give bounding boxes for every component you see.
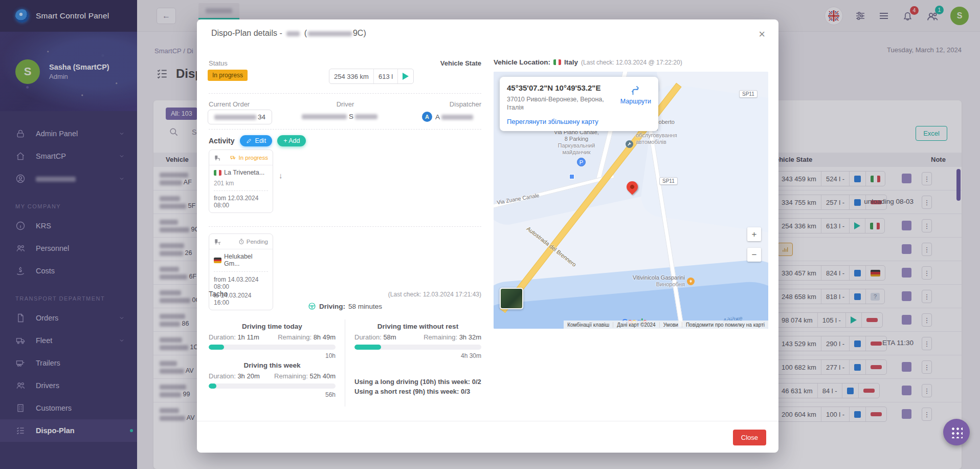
parking-marker[interactable]: P — [577, 158, 586, 166]
grapes-icon — [688, 279, 693, 284]
vehicle-state-label: Vehicle State — [430, 59, 481, 67]
total-value: 10h — [209, 352, 336, 359]
loading-truck-icon — [214, 238, 222, 245]
clock-icon — [238, 239, 244, 245]
fuel-value: 613 l — [373, 69, 397, 83]
map-data-link[interactable]: Дані карт ©2024 — [613, 322, 659, 328]
activity-company: La Triveneta... — [224, 169, 264, 176]
activity-card-pending[interactable]: Pending Helukabel Gm... from 14.03.2024 … — [209, 233, 273, 310]
map-blue-marker — [569, 174, 574, 179]
tacho-last-check: (Last check: 12.03.2024 17:21:43) — [328, 291, 481, 298]
activity-company: Helukabel Gm... — [224, 253, 268, 267]
partelli-sublabel: автомобілів — [636, 139, 666, 145]
partelli-sublabel: обслуговування — [636, 132, 677, 138]
divider — [209, 129, 481, 130]
winery-label: Vitivinicola Gasparini — [633, 274, 685, 281]
driving-week-progressbar — [209, 383, 336, 389]
italy-flag-icon — [214, 170, 221, 176]
card-status: In progress — [230, 155, 268, 161]
duration-value: 58m — [383, 333, 396, 341]
parking-sublabel: Паркувальний — [558, 142, 595, 148]
divider — [209, 93, 481, 94]
address-line: 37010 Риволі-Веронезе, Верона, — [507, 96, 604, 103]
divider — [209, 226, 481, 227]
modal-title: Dispo-Plan details - (9C) — [211, 29, 366, 38]
dispatcher-value: A A — [422, 112, 473, 122]
location-country: Italy — [564, 58, 578, 66]
remaining-value: 3h 32m — [459, 333, 481, 341]
km-value: 254 336 km — [329, 69, 373, 83]
dispo-plan-details-modal: Dispo-Plan details - (9C) × Status In pr… — [197, 19, 778, 453]
directions-link[interactable]: Маршрути — [620, 85, 651, 105]
winery-sublabel: Виноробня — [656, 281, 685, 287]
driving-value: 58 minutes — [348, 303, 382, 310]
unloading-truck-icon — [214, 154, 222, 161]
status-label: Status — [209, 59, 228, 67]
duration-value: 1h 11m — [237, 333, 259, 341]
driver-label: Driver — [325, 100, 366, 108]
street-label-autostrada: Autostrada del Brennero — [525, 225, 577, 268]
card-status: Pending — [238, 239, 268, 245]
truck-status-icon — [230, 155, 236, 160]
terms-link[interactable]: Умови — [659, 322, 682, 328]
grid-dots-icon — [950, 426, 963, 438]
total-value: 4h 30m — [354, 352, 481, 359]
address-line: Італія — [507, 104, 524, 111]
driving-today-progressbar — [209, 345, 336, 350]
report-error-link[interactable]: Повідомити про помилку на карті — [682, 322, 768, 328]
remaining-value: 52h 40m — [309, 372, 336, 380]
driving-without-rest-progressbar — [354, 345, 481, 350]
route-badge-sp11: SP11 — [739, 90, 758, 98]
current-order-value[interactable]: 34 — [208, 110, 272, 124]
vehicle-state-pill: 254 336 km 613 l — [329, 69, 414, 84]
dispatcher-label: Dispatcher — [440, 100, 481, 108]
vehicle-location-label: Vehicle Location: — [494, 58, 550, 66]
tacho-panel-title: Driving time today — [209, 323, 336, 330]
zoom-out-button[interactable]: − — [747, 248, 761, 262]
long-driving-stat: Using a long driving (10h) this week: 0/… — [354, 377, 487, 387]
status-badge: In progress — [208, 70, 248, 81]
total-value: 56h — [209, 391, 336, 398]
close-icon[interactable]: × — [755, 27, 768, 42]
activity-card-in-progress[interactable]: In progress La Triveneta... 201 km from … — [209, 150, 273, 213]
map-info-card: 45°35'07.2"N 10°49'53.2"E 37010 Риволі-В… — [500, 77, 658, 131]
germany-flag-icon — [214, 258, 221, 263]
keyboard-shortcuts-link[interactable]: Комбінації клавіш — [564, 322, 613, 328]
activity-label: Activity — [209, 137, 235, 145]
short-rest-stat: Using a short rest (9h) this week: 0/3 — [354, 387, 487, 396]
view-larger-map-link[interactable]: Переглянути збільшену карту — [507, 118, 651, 125]
zoom-in-button[interactable]: + — [747, 227, 761, 241]
modal-footer: Close — [197, 421, 778, 453]
widgets-fab[interactable] — [943, 419, 970, 445]
map-attribution: Комбінації клавіш Дані карт ©2024 Умови … — [564, 321, 768, 329]
arrow-down-icon: ↓ — [279, 171, 283, 180]
steering-wheel-icon — [308, 302, 316, 310]
pencil-icon — [246, 138, 252, 144]
edit-activity-button[interactable]: Edit — [240, 135, 273, 146]
directions-icon — [630, 85, 641, 96]
google-map[interactable]: SP11 SP11 Via Piano Canale, 8 Parking Па… — [494, 72, 768, 329]
dispatcher-avatar: A — [422, 112, 432, 122]
parking-label: 8 Parking — [565, 136, 588, 142]
partelli-marker[interactable] — [626, 140, 633, 148]
duration-value: 3h 20m — [237, 372, 259, 380]
driver-value: S — [302, 113, 377, 120]
driving-status-icon — [403, 73, 409, 80]
add-activity-button[interactable]: + Add — [277, 135, 306, 146]
activity-from: from 12.03.2024 08:00 — [214, 195, 268, 209]
winery-marker[interactable] — [687, 278, 695, 285]
location-last-check: (Last check: 12.03.2024 @ 17:22:20) — [581, 59, 682, 66]
divider — [345, 319, 345, 407]
route-badge-sp11: SP11 — [659, 177, 678, 185]
driving-label: Driving: — [319, 303, 345, 310]
remaining-value: 8h 49m — [314, 333, 336, 341]
tacho-panel-title: Driving time without rest — [354, 323, 481, 330]
activity-from: from 14.03.2024 08:00 — [214, 276, 268, 290]
italy-flag-icon — [553, 59, 561, 65]
tacho-label: Tacho — [209, 290, 228, 298]
wrench-icon — [627, 142, 632, 146]
activity-distance: 201 km — [214, 180, 268, 187]
parking-sublabel: майданчик — [562, 149, 590, 155]
close-button[interactable]: Close — [733, 430, 766, 445]
satellite-layer-toggle[interactable] — [500, 288, 523, 309]
